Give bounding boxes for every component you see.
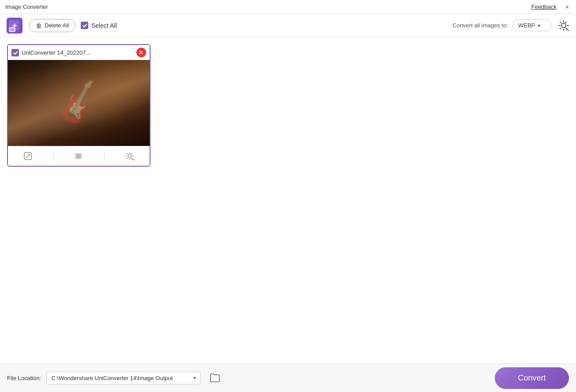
- app-title: Image Converter: [5, 4, 48, 10]
- delete-all-label: Delete All: [45, 22, 69, 29]
- main-content: UniConverter 14_202207... ✕ |: [0, 37, 576, 363]
- select-all-label: Select All: [91, 22, 117, 29]
- image-card-footer: | |: [8, 146, 150, 166]
- close-button[interactable]: ×: [564, 3, 571, 11]
- feedback-link[interactable]: Feedback: [531, 4, 557, 10]
- remove-card-button[interactable]: ✕: [136, 48, 146, 57]
- image-card: UniConverter 14_202207... ✕ |: [7, 44, 151, 167]
- separator-1: |: [52, 152, 54, 161]
- svg-line-6: [567, 29, 568, 30]
- resize-icon-button[interactable]: [22, 150, 34, 162]
- close-icon: ✕: [139, 49, 144, 56]
- file-path-dropdown[interactable]: C:\Wondershare UniConverter 14\Image Out…: [46, 372, 201, 385]
- toolbar-left: + 🗑 Delete All Select All: [5, 16, 117, 35]
- format-dropdown[interactable]: WEBP ▾: [512, 19, 552, 31]
- svg-line-16: [132, 159, 134, 160]
- svg-point-15: [128, 155, 132, 158]
- delete-all-button[interactable]: 🗑 Delete All: [29, 19, 75, 32]
- file-path-text: C:\Wondershare UniConverter 14\Image Out…: [51, 375, 191, 381]
- card-settings-icon-button[interactable]: [124, 150, 136, 162]
- settings-icon-button[interactable]: [557, 19, 571, 33]
- svg-point-5: [561, 23, 566, 28]
- svg-point-12: [76, 153, 78, 155]
- chevron-down-icon: ▾: [538, 22, 540, 29]
- card-checkbox[interactable]: [11, 49, 19, 56]
- convert-all-label: Convert all images to:: [452, 22, 508, 29]
- select-all-checkbox[interactable]: [81, 22, 88, 29]
- add-image-button[interactable]: +: [5, 16, 24, 35]
- browse-folder-button[interactable]: [208, 371, 222, 385]
- svg-line-8: [26, 154, 30, 158]
- toolbar: + 🗑 Delete All Select All Convert all im…: [0, 14, 576, 37]
- svg-rect-4: [10, 28, 15, 31]
- title-bar-right: Feedback ×: [531, 3, 571, 11]
- svg-point-14: [77, 157, 79, 159]
- trash-icon: 🗑: [36, 22, 42, 29]
- format-selected: WEBP: [518, 22, 535, 29]
- convert-button[interactable]: Convert: [495, 367, 569, 389]
- image-card-header: UniConverter 14_202207... ✕: [8, 45, 150, 60]
- select-all-wrapper[interactable]: Select All: [81, 22, 117, 29]
- title-bar-left: Image Converter: [5, 4, 48, 10]
- image-preview: [8, 60, 150, 146]
- card-header-left: UniConverter 14_202207...: [11, 49, 90, 56]
- svg-point-13: [79, 155, 80, 157]
- bottom-bar: File Location: C:\Wondershare UniConvert…: [0, 363, 576, 392]
- title-bar: Image Converter Feedback ×: [0, 0, 576, 14]
- file-location-label: File Location:: [7, 375, 41, 381]
- toolbar-right: Convert all images to: WEBP ▾: [452, 19, 571, 33]
- path-chevron-icon: ▾: [193, 375, 196, 381]
- separator-2: |: [103, 152, 105, 161]
- card-filename: UniConverter 14_202207...: [22, 49, 90, 56]
- adjust-icon-button[interactable]: [72, 150, 85, 162]
